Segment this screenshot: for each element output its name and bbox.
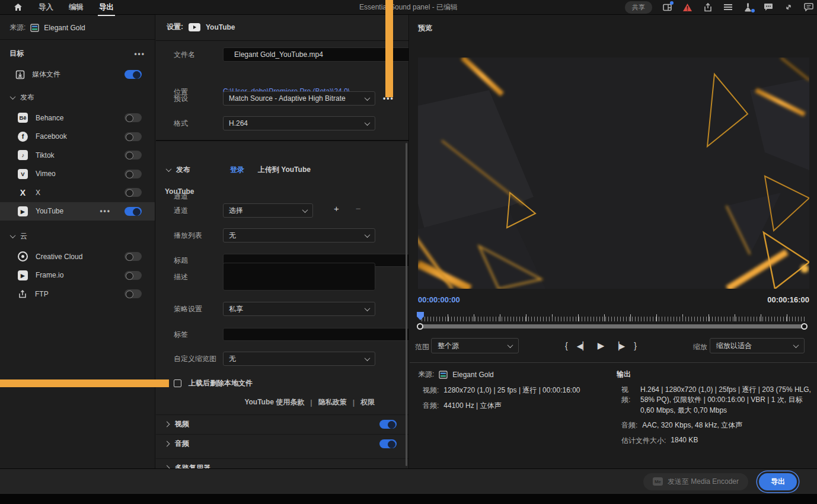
youtube-more-options-icon[interactable]: ••• [100,207,111,215]
sidebar-item-behance[interactable]: Bē Behance [0,109,155,127]
video-toggle[interactable] [379,420,397,429]
description-textarea[interactable] [223,263,375,291]
range-in-handle[interactable] [417,323,423,330]
chevron-down-icon [508,342,513,348]
annotation-vertical-bar [385,0,393,97]
media-encoder-icon: Me [653,477,663,486]
current-timecode: 00:00:00:00 [418,295,460,304]
cloud-section-header[interactable]: 云 [0,224,155,247]
filename-input[interactable] [223,47,409,62]
ftp-toggle[interactable] [125,289,142,298]
media-file-label: 媒体文件 [32,69,60,79]
set-in-point-icon[interactable]: { [565,341,568,350]
range-out-handle[interactable] [801,323,808,330]
sidebar-item-media-file[interactable]: 媒体文件 [0,63,155,85]
sidebar-item-tiktok[interactable]: ♪ Tiktok [0,146,155,165]
share-button[interactable]: 共享 [625,1,652,14]
top-bar: 导入 编辑 导出 Essential Sound panel - 已编辑 共享 [0,0,817,15]
add-channel-button[interactable]: + [334,203,339,213]
share-icon[interactable] [703,2,713,12]
tags-input[interactable] [223,328,409,341]
home-icon[interactable] [13,2,23,12]
publish-collapse-header[interactable]: 发布 [167,165,190,175]
policy-dropdown[interactable]: 私享 [223,302,375,316]
behance-toggle[interactable] [125,113,142,122]
vimeo-toggle[interactable] [125,170,142,178]
audio-toggle[interactable] [379,439,397,448]
destination-sidebar: 来源: Elegant Gold 目标 ••• 媒体文件 发布 Bē Behan… [0,15,155,468]
chevron-down-icon [365,95,371,101]
tab-export[interactable]: 导出 [99,2,114,12]
output-heading: 输出 [617,369,812,379]
workspace-icon[interactable] [662,2,672,12]
settings-scrollbar[interactable] [406,143,407,466]
youtube-toggle[interactable] [125,207,142,216]
comment-icon[interactable] [763,2,773,12]
zoom-dropdown[interactable]: 缩放以适合 [710,338,805,353]
thumbnail-dropdown[interactable]: 无 [223,352,375,366]
playlist-label: 播放列表 [174,231,202,241]
delete-local-file-row[interactable]: 上载后删除本地文件 [174,378,253,388]
sequence-icon [439,371,448,379]
menu-icon[interactable] [723,2,733,12]
warning-icon[interactable] [682,2,692,12]
chevron-down-icon [793,342,799,348]
range-scrubber[interactable] [418,323,806,330]
step-forward-icon[interactable]: ▕▶ [613,342,625,350]
expand-icon[interactable] [783,2,793,12]
export-settings-panel: 设置: YouTube 文件名 位置 C:\User_dobe\Premiere… [156,15,409,468]
chevron-down-icon [365,232,371,238]
export-button[interactable]: 导出 [759,473,797,490]
sidebar-item-facebook[interactable]: f Facebook [0,127,155,146]
terms-link[interactable]: YouTube 使用条款 [244,397,304,407]
preset-dropdown[interactable]: Match Source - Adaptive High Bitrate [223,91,375,106]
source-video-info: 1280x720 (1,0) | 25 fps | 逐行 | 00:00:16:… [443,385,580,395]
range-dropdown[interactable]: 整个源 [431,338,519,353]
creative-cloud-toggle[interactable] [125,252,142,261]
multiplexer-section-header[interactable]: 多路复用器 [156,458,408,468]
remove-channel-button[interactable]: − [356,203,361,213]
video-section-header[interactable]: 视频 [156,414,408,433]
feedback-icon[interactable] [803,2,813,12]
target-header: 目标 ••• [0,40,155,63]
target-more-options-icon[interactable]: ••• [134,50,145,58]
permissions-link[interactable]: 权限 [360,397,375,407]
delete-local-file-checkbox[interactable] [174,379,181,387]
sidebar-item-vimeo[interactable]: V Vimeo [0,165,155,184]
estimated-file-size: 1840 KB [671,436,698,446]
channel-dropdown[interactable]: 选择 [223,203,313,218]
login-link[interactable]: 登录 [230,165,244,175]
playlist-dropdown[interactable]: 无 [223,228,375,243]
media-file-toggle[interactable] [125,70,142,79]
sidebar-item-ftp[interactable]: FTP [0,285,155,304]
timeline-ruler[interactable] [418,313,806,322]
frameio-toggle[interactable] [125,271,142,280]
facebook-toggle[interactable] [125,132,142,141]
chevron-down-icon [10,232,16,238]
x-icon: X [18,187,28,197]
send-to-media-encoder-button[interactable]: Me 发送至 Media Encoder [643,473,748,490]
audio-section-header[interactable]: 音频 [156,434,408,453]
sidebar-item-creative-cloud[interactable]: Creative Cloud [0,247,155,266]
policy-label: 策略设置 [174,304,202,314]
beaker-icon[interactable] [743,2,753,12]
step-back-icon[interactable]: ◀▏ [577,342,589,350]
sidebar-item-x[interactable]: X X [0,183,155,202]
play-icon[interactable]: ▶ [598,340,605,351]
x-toggle[interactable] [125,188,142,197]
tiktok-icon: ♪ [18,150,28,160]
sidebar-item-youtube[interactable]: ▶ YouTube ••• [0,202,155,221]
tiktok-toggle[interactable] [125,151,142,160]
tab-import[interactable]: 导入 [39,2,53,12]
source-audio-info: 44100 Hz | 立体声 [443,401,501,411]
format-dropdown[interactable]: H.264 [223,116,375,130]
privacy-link[interactable]: 隐私政策 [318,397,347,407]
facebook-icon: f [18,132,28,142]
tab-edit[interactable]: 编辑 [69,2,84,12]
chevron-down-icon [166,166,172,172]
publish-section-header[interactable]: 发布 [0,85,155,109]
sidebar-item-frameio[interactable]: ▶ Frame.io [0,266,155,285]
video-preview-frame [418,58,809,289]
preset-label: 预设 [174,94,188,104]
set-out-point-icon[interactable]: } [634,341,637,350]
